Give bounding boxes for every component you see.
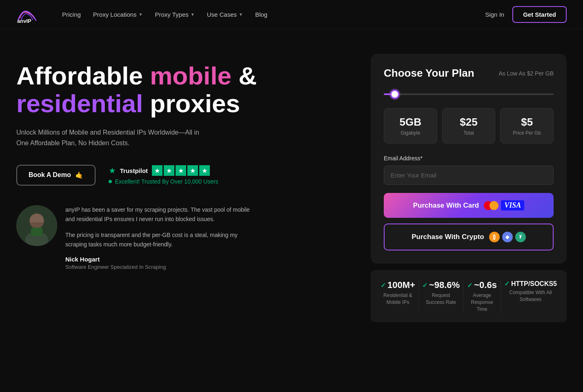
nav-pricing[interactable]: Pricing	[57, 8, 86, 21]
stat-protocol: ✓ HTTP/SOCKS5 Compatible With AllSoftwar…	[501, 280, 560, 312]
trustpilot-logo: Trustpilot	[120, 167, 148, 174]
trustpilot-bottom: Excellent! Trusted By Over 10,000 Users	[109, 178, 218, 185]
stat-success-label: RequestSuccess Rate	[422, 292, 460, 306]
trustpilot-top: ★ Trustpilot ★ ★ ★ ★ ★	[109, 165, 218, 176]
purchase-card-button[interactable]: Purchase With Card VISA	[384, 193, 554, 218]
gb-value: 5GB	[389, 116, 432, 128]
stat-response-value: ✓ ~0.6s	[467, 280, 497, 290]
gb-label: Gigabyte	[389, 130, 432, 136]
tether-icon: ₮	[515, 232, 526, 242]
main-content: Affordable mobile & residential proxies …	[0, 29, 583, 339]
purchase-crypto-label: Purchase With Crypto	[412, 233, 484, 241]
cta-row: Book A Demo 🤙 ★ Trustpilot ★ ★ ★ ★ ★	[16, 165, 354, 186]
star-3: ★	[176, 165, 186, 176]
green-dot-icon	[109, 180, 112, 183]
svg-rect-5	[31, 228, 42, 236]
stat-success: ✓ ~98.6% RequestSuccess Rate	[419, 280, 463, 312]
visa-icon: VISA	[501, 200, 524, 210]
avatar	[16, 205, 57, 246]
right-panel: Choose Your Plan As Low As $2 Per GB 5GB…	[371, 54, 567, 322]
chevron-down-icon: ▼	[191, 12, 195, 17]
sign-in-link[interactable]: Sign In	[485, 11, 504, 18]
stat-response: ✓ ~0.6s AverageResponse Time	[463, 280, 501, 312]
avatar-image	[16, 205, 57, 246]
star-4: ★	[187, 165, 198, 176]
trustpilot-section: ★ Trustpilot ★ ★ ★ ★ ★ Excellent! Truste…	[109, 165, 218, 185]
plan-slider[interactable]	[384, 93, 554, 95]
stat-ips-value: ✓ 100M+	[381, 280, 415, 290]
price-box: $5 Price Per Gb	[500, 108, 554, 144]
check-icon: ✓	[504, 280, 510, 288]
nav-links: Pricing Proxy Locations ▼ Proxy Types ▼ …	[57, 8, 485, 21]
testimonial-role: Software Engineer Specialized In Scrapin…	[65, 264, 253, 270]
svg-text:anyIP: anyIP	[17, 18, 31, 23]
stat-ips-label: Residential &Mobile IPs	[381, 292, 415, 306]
crypto-icons: ₿ ◆ ₮	[489, 232, 526, 242]
stat-response-label: AverageResponse Time	[467, 292, 497, 312]
mastercard-icon	[484, 201, 498, 210]
plan-title: Choose Your Plan	[384, 67, 474, 80]
book-demo-button[interactable]: Book A Demo 🤙	[16, 165, 96, 186]
nav-right: Sign In Get Started	[485, 6, 567, 23]
testimonial: anyIP has been a saver for my scraping p…	[16, 205, 253, 270]
hero-title: Affordable mobile & residential proxies	[16, 62, 354, 117]
bitcoin-icon: ₿	[489, 232, 500, 242]
total-label: Total	[447, 130, 490, 136]
slider-container	[384, 89, 554, 97]
stat-protocol-label: Compatible With AllSoftwares	[504, 289, 557, 303]
star-1: ★	[152, 165, 162, 176]
plan-card: Choose Your Plan As Low As $2 Per GB 5GB…	[371, 54, 567, 264]
trusted-text: Excellent! Trusted By Over 10,000 Users	[115, 178, 218, 185]
email-input[interactable]	[384, 166, 554, 185]
check-icon: ✓	[422, 281, 427, 289]
get-started-button[interactable]: Get Started	[512, 6, 567, 23]
star-2: ★	[164, 165, 174, 176]
left-section: Affordable mobile & residential proxies …	[16, 54, 354, 270]
mc-orange-circle	[490, 201, 498, 210]
chevron-down-icon: ▼	[139, 12, 143, 17]
testimonial-text: anyIP has been a saver for my scraping p…	[65, 205, 253, 270]
check-icon: ✓	[467, 281, 472, 289]
email-label: Email Address*	[384, 155, 554, 162]
check-icon: ✓	[381, 281, 386, 289]
nav-proxy-types[interactable]: Proxy Types ▼	[150, 8, 200, 21]
navbar: anyIP Pricing Proxy Locations ▼ Proxy Ty…	[0, 0, 583, 29]
ethereum-icon: ◆	[502, 232, 513, 242]
stats-bar: ✓ 100M+ Residential &Mobile IPs ✓ ~98.6%…	[371, 270, 567, 322]
star-5: ★	[199, 165, 210, 176]
total-value: $25	[447, 116, 490, 128]
hero-subtitle: Unlock Millions of Mobile and Residentia…	[16, 127, 212, 148]
price-label: Price Per Gb	[505, 130, 548, 136]
plan-boxes: 5GB Gigabyte $25 Total $5 Price Per Gb	[384, 108, 554, 144]
purchase-crypto-button[interactable]: Purchase With Crypto ₿ ◆ ₮	[384, 224, 554, 250]
phone-icon: 🤙	[75, 171, 83, 179]
purchase-card-label: Purchase With Card	[413, 202, 479, 210]
plan-subtitle: As Low As $2 Per GB	[498, 70, 554, 77]
testimonial-quote-2: The pricing is transparent and the per-G…	[65, 230, 253, 249]
logo[interactable]: anyIP	[16, 7, 38, 23]
testimonial-quote-1: anyIP has been a saver for my scraping p…	[65, 205, 253, 224]
chevron-down-icon: ▼	[239, 12, 243, 17]
testimonial-name: Nick Hogart	[65, 256, 253, 263]
stat-ips: ✓ 100M+ Residential &Mobile IPs	[377, 280, 419, 312]
trustpilot-stars: ★ ★ ★ ★ ★	[152, 165, 210, 176]
nav-blog[interactable]: Blog	[250, 8, 272, 21]
trustpilot-star-icon: ★	[109, 166, 116, 175]
stat-protocol-value: ✓ HTTP/SOCKS5	[504, 280, 557, 288]
price-value: $5	[505, 116, 548, 128]
plan-header: Choose Your Plan As Low As $2 Per GB	[384, 67, 554, 80]
gb-box: 5GB Gigabyte	[384, 108, 437, 144]
nav-proxy-locations[interactable]: Proxy Locations ▼	[88, 8, 148, 21]
stat-success-value: ✓ ~98.6%	[422, 280, 460, 290]
nav-use-cases[interactable]: Use Cases ▼	[202, 8, 248, 21]
total-box: $25 Total	[442, 108, 496, 144]
card-icons: VISA	[484, 200, 524, 210]
